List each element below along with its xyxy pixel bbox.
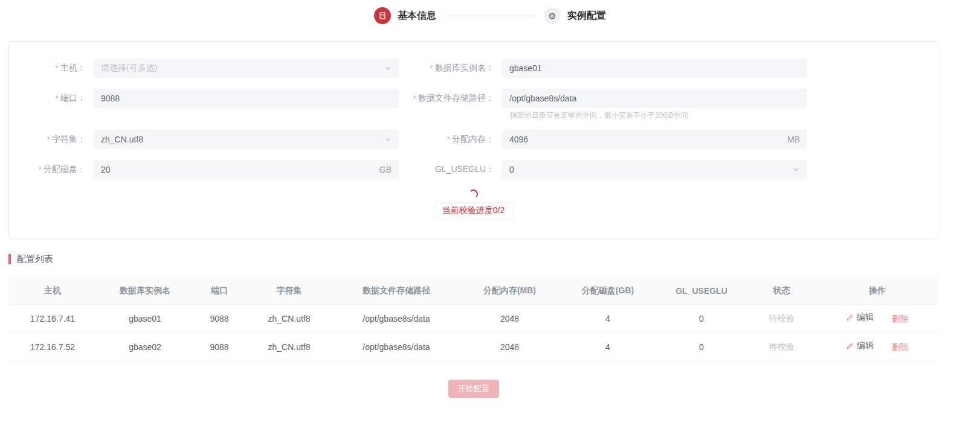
- charset-label: * 字符集：: [9, 130, 94, 149]
- host-label: * 主机：: [9, 59, 94, 78]
- col-host: 主机: [8, 278, 97, 304]
- col-gl-useglu: GL_USEGLU: [656, 278, 747, 304]
- cell-memory: 2048: [460, 304, 559, 333]
- disk-input[interactable]: [101, 165, 375, 174]
- data-path-label: * 数据文件存储路径：: [408, 89, 502, 108]
- data-path-hint: 指定的目录应有足够的空间，最小安装不小于20GB空间: [510, 110, 688, 121]
- col-memory: 分配内存(MB): [460, 278, 559, 304]
- chevron-down-icon: [793, 166, 800, 173]
- disk-field: * 分配磁盘： GB: [9, 160, 408, 179]
- delete-button[interactable]: 删除: [892, 314, 909, 323]
- col-data-path: 数据文件存储路径: [333, 278, 460, 304]
- loading-spinner-icon: [469, 190, 478, 199]
- disk-label: * 分配磁盘：: [9, 160, 94, 179]
- footer: 开始配置: [8, 380, 938, 398]
- instance-name-input-wrap: [502, 59, 807, 78]
- port-input-wrap: [94, 89, 399, 108]
- status-badge: 待校验: [769, 342, 795, 351]
- cell-data-path: /opt/gbase8s/data: [333, 333, 460, 361]
- memory-field: * 分配内存： MB: [408, 130, 938, 149]
- table-row: 172.16.7.52 gbase02 9088 zh_CN.utf8 /opt…: [8, 333, 938, 361]
- instance-name-label: * 数据库实例名：: [408, 59, 502, 78]
- step-basic-info: 基本信息: [374, 7, 436, 24]
- chevron-down-icon: [384, 65, 392, 72]
- cell-status: 待校验: [747, 304, 816, 333]
- disk-input-wrap: GB: [94, 160, 399, 179]
- host-select-placeholder: 请选择(可多选): [101, 63, 379, 74]
- gl-useglu-select-value: 0: [509, 165, 788, 174]
- pencil-icon: [846, 342, 854, 350]
- cell-host: 172.16.7.52: [8, 333, 97, 361]
- cell-data-path: /opt/gbase8s/data: [333, 304, 460, 333]
- memory-unit: MB: [787, 135, 800, 144]
- chevron-down-icon: [384, 136, 392, 143]
- setup-stepper: 基本信息 ⚙︎ 实例配置: [0, 0, 980, 25]
- gl-useglu-select[interactable]: 0: [502, 160, 807, 179]
- cell-gl-useglu: 0: [656, 304, 747, 333]
- data-path-input[interactable]: [509, 94, 800, 103]
- edit-button[interactable]: 编辑: [846, 312, 874, 323]
- port-label: * 端口：: [9, 89, 94, 108]
- disk-unit: GB: [379, 165, 392, 174]
- col-instance-name: 数据库实例名: [97, 278, 193, 304]
- basic-info-form: * 主机： 请选择(可多选) * 数据库实例名：: [9, 59, 938, 179]
- table-row: 172.16.7.41 gbase01 9088 zh_CN.utf8 /opt…: [8, 304, 938, 333]
- required-marker: *: [447, 135, 450, 144]
- cell-instance-name: gbase01: [97, 304, 193, 333]
- cell-memory: 2048: [460, 333, 559, 361]
- table-header-row: 主机 数据库实例名 端口 字符集 数据文件存储路径 分配内存(MB) 分配磁盘(…: [8, 278, 938, 304]
- required-marker: *: [47, 135, 50, 144]
- basic-info-form-card: * 主机： 请选择(可多选) * 数据库实例名：: [8, 41, 938, 238]
- col-actions: 操作: [816, 278, 938, 304]
- add-button-area: 添加到配置列表 当前校验进度0/2: [434, 202, 513, 220]
- gl-useglu-label: GL_USEGLU：: [408, 160, 502, 179]
- cell-actions: 编辑 删除: [816, 304, 938, 333]
- edit-button[interactable]: 编辑: [846, 340, 874, 351]
- col-status: 状态: [747, 278, 816, 304]
- charset-select[interactable]: zh_CN.utf8: [94, 130, 399, 149]
- instance-name-field: * 数据库实例名：: [408, 59, 938, 78]
- col-charset: 字符集: [245, 278, 333, 304]
- start-config-button[interactable]: 开始配置: [448, 380, 499, 398]
- cell-port: 9088: [193, 333, 245, 361]
- charset-field: * 字符集： zh_CN.utf8: [9, 130, 408, 149]
- validation-loading-overlay: 当前校验进度0/2: [434, 202, 513, 220]
- data-path-field: * 数据文件存储路径： 指定的目录应有足够的空间，最小安装不小于20GB空间: [408, 89, 938, 119]
- gear-icon: ⚙︎: [544, 7, 561, 24]
- step-instance-config: ⚙︎ 实例配置: [544, 7, 606, 24]
- section-marker-bar: [8, 254, 11, 264]
- required-marker: *: [430, 63, 433, 73]
- delete-button[interactable]: 删除: [892, 342, 909, 352]
- col-port: 端口: [193, 278, 245, 304]
- port-field: * 端口：: [9, 89, 408, 119]
- status-badge: 待校验: [769, 313, 795, 323]
- config-list-title: 配置列表: [17, 253, 53, 265]
- memory-label: * 分配内存：: [408, 130, 502, 149]
- host-field: * 主机： 请选择(可多选): [9, 59, 408, 78]
- required-marker: *: [39, 165, 42, 174]
- step-divider: [445, 16, 535, 16]
- cell-instance-name: gbase02: [97, 333, 193, 361]
- step-basic-info-label: 基本信息: [398, 10, 436, 22]
- memory-input-wrap: MB: [502, 130, 807, 149]
- required-marker: *: [56, 94, 59, 103]
- cell-host: 172.16.7.41: [8, 304, 97, 333]
- validation-progress-text: 当前校验进度0/2: [442, 205, 505, 216]
- host-select[interactable]: 请选择(可多选): [94, 59, 399, 78]
- document-icon: [374, 7, 391, 24]
- cell-status: 待校验: [747, 333, 816, 361]
- cell-gl-useglu: 0: [656, 333, 747, 361]
- instance-name-input[interactable]: [509, 63, 800, 73]
- required-marker: *: [413, 94, 416, 103]
- col-disk: 分配磁盘(GB): [559, 278, 656, 304]
- config-table-body: 172.16.7.41 gbase01 9088 zh_CN.utf8 /opt…: [8, 304, 938, 361]
- memory-input[interactable]: [509, 135, 782, 144]
- pencil-icon: [846, 314, 854, 322]
- gl-useglu-field: GL_USEGLU： 0: [408, 160, 938, 179]
- cell-actions: 编辑 删除: [816, 333, 938, 361]
- cell-disk: 4: [559, 333, 656, 361]
- charset-select-value: zh_CN.utf8: [101, 135, 379, 144]
- cell-charset: zh_CN.utf8: [245, 333, 333, 361]
- port-input[interactable]: [101, 94, 392, 103]
- data-path-input-wrap: [502, 89, 807, 108]
